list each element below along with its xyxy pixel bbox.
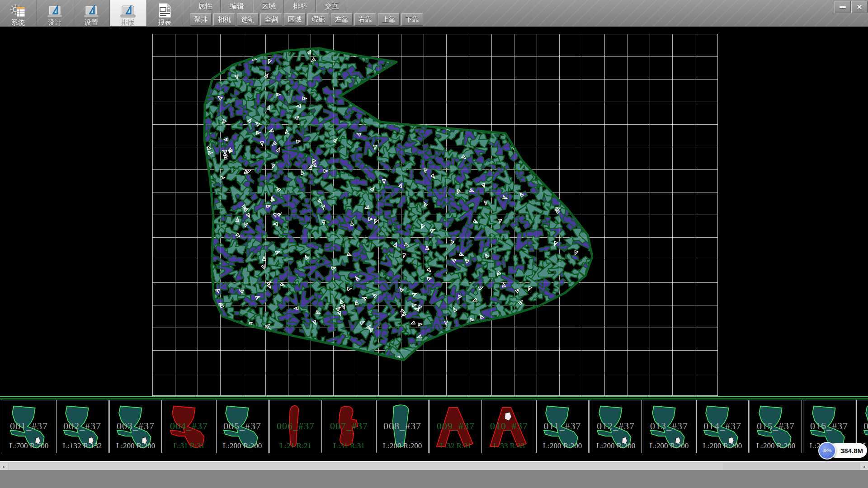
piece-name: 017_#37: [857, 420, 868, 432]
piece-lr-count: L:33 R:33: [483, 441, 535, 450]
close-icon: ✕: [857, 3, 863, 11]
piece-thumbnail-006_#37[interactable]: 006_#37L:21 R:21: [269, 400, 322, 453]
piece-thumbnail-012_#37[interactable]: 012_#37L:200 R:200: [590, 400, 642, 453]
module-button-设计[interactable]: 设计: [37, 0, 73, 26]
menu-tab-编辑[interactable]: 编辑: [222, 0, 252, 13]
module-button-报表[interactable]: 报表: [146, 0, 183, 26]
piece-name: 009_#37: [430, 420, 481, 432]
tool-button-右靠[interactable]: 右靠: [354, 13, 376, 26]
tool-button-下靠[interactable]: 下靠: [401, 13, 423, 26]
piece-thumbnail-005_#37[interactable]: 005_#37L:200 R:200: [216, 400, 269, 453]
tool-button-选割[interactable]: 选割: [237, 13, 259, 26]
close-button[interactable]: ✕: [851, 1, 868, 13]
scrollbar-thumb[interactable]: [9, 463, 723, 470]
piece-thumbnail-004_#37[interactable]: 004_#37L:31 R:31: [163, 400, 215, 453]
piece-thumbnail-003_#37[interactable]: 003_#37L:200 R:200: [109, 400, 162, 453]
piece-name: 004_#37: [163, 420, 215, 432]
piece-name: 006_#37: [270, 420, 321, 432]
piece-name: 003_#37: [110, 420, 161, 432]
report-document-icon: [157, 2, 172, 19]
piece-thumbnail-011_#37[interactable]: 011_#37L:200 R:200: [536, 400, 589, 453]
piece-lr-count: L:21 R:21: [270, 441, 321, 450]
piece-name: 005_#37: [217, 420, 268, 432]
menu-tab-row: 属性编辑区域排料交互: [190, 0, 348, 13]
tool-button-瑕疵[interactable]: 瑕疵: [307, 13, 329, 26]
tool-button-全割[interactable]: 全割: [260, 13, 282, 26]
piece-lr-count: L:200 R:200: [217, 441, 268, 450]
memory-percent: 38%: [822, 448, 831, 453]
module-button-label: 设计: [48, 19, 61, 26]
piece-lr-count: L:31 R:31: [163, 441, 215, 450]
piece-name: 001_#37: [3, 420, 55, 432]
menu-tab-区域[interactable]: 区域: [253, 0, 284, 13]
status-bar: [0, 470, 868, 488]
module-button-label: 设置: [85, 19, 98, 26]
piece-name: 012_#37: [590, 420, 642, 432]
menu-tab-排料[interactable]: 排料: [285, 0, 316, 13]
piece-thumbnail-002_#37[interactable]: 002_#37L:132 R:132: [56, 400, 108, 453]
piece-lr-count: L:200 R:200: [537, 441, 588, 450]
separator-line-top: [0, 396, 868, 397]
piece-lr-count: L:132 R:132: [57, 441, 108, 450]
piece-name: 008_#37: [377, 420, 428, 432]
piece-thumbnail-015_#37[interactable]: 015_#37L:200 R:200: [750, 400, 802, 453]
piece-name: 007_#37: [323, 420, 375, 432]
scroll-left-icon: ‹: [3, 463, 5, 470]
piece-lr-count: L:200 R:200: [110, 441, 161, 450]
piece-name: 013_#37: [643, 420, 695, 432]
piece-thumbnail-013_#37[interactable]: 013_#37L:200 R:200: [643, 400, 695, 453]
piece-thumbnail-008_#37[interactable]: 008_#37L:200 R:200: [376, 400, 429, 453]
piece-lr-count: L:700 R:700: [3, 441, 55, 450]
piece-thumbnail-014_#37[interactable]: 014_#37L:200 R:200: [696, 400, 749, 453]
system-gear-icon: [9, 3, 27, 19]
memory-badge[interactable]: 384.8M 38%: [816, 442, 868, 460]
tool-button-相机[interactable]: 相机: [213, 13, 235, 26]
laptop-ruler-icon: [83, 3, 100, 19]
module-button-label: 系统: [11, 19, 25, 26]
piece-thumbnail-010_#37[interactable]: 010_#37L:33 R:33: [483, 400, 535, 453]
title-bar: 系统设计设置排版报表 属性编辑区域排料交互 聚排相机选割全割区域瑕疵左靠右靠上靠…: [0, 0, 868, 27]
module-button-系统[interactable]: 系统: [0, 0, 37, 26]
piece-name: 014_#37: [697, 420, 748, 432]
piece-lr-count: L:200 R:200: [750, 441, 802, 450]
piece-lr-count: L:200 R:200: [697, 441, 748, 450]
window-controls: ✕: [835, 1, 868, 12]
minimize-icon: [840, 6, 846, 8]
module-button-排版[interactable]: 排版: [110, 0, 146, 26]
menu-tab-属性[interactable]: 属性: [190, 0, 221, 13]
module-button-设置[interactable]: 设置: [73, 0, 110, 26]
tool-button-左靠[interactable]: 左靠: [331, 13, 353, 26]
piece-lr-count: L:200 R:200: [590, 441, 642, 450]
tool-button-上靠[interactable]: 上靠: [378, 13, 400, 26]
module-button-label: 排版: [121, 19, 135, 26]
main-module-buttons: 系统设计设置排版报表: [0, 0, 183, 26]
piece-thumbnail-001_#37[interactable]: 001_#37L:700 R:700: [3, 400, 55, 453]
piece-name: 011_#37: [537, 420, 588, 432]
scroll-left-button[interactable]: ‹: [0, 463, 8, 470]
piece-name: 016_#37: [803, 420, 855, 432]
piece-lr-count: L:200 R:200: [377, 441, 428, 450]
laptop-ruler-icon: [46, 3, 63, 19]
laptop-ruler-icon: [119, 3, 137, 19]
piece-thumbnail-strip: 001_#37L:700 R:700002_#37L:132 R:132003_…: [0, 399, 868, 461]
piece-lr-count: L:200 R:200: [643, 441, 695, 450]
piece-lr-count: L:32 R:31: [430, 441, 481, 450]
piece-name: 015_#37: [750, 420, 802, 432]
tool-button-row: 聚排相机选割全割区域瑕疵左靠右靠上靠下靠: [190, 13, 425, 26]
piece-name: 010_#37: [483, 420, 535, 432]
minimize-button[interactable]: [835, 1, 851, 13]
scroll-right-button[interactable]: ›: [860, 463, 868, 470]
piece-name: 002_#37: [57, 420, 108, 432]
scroll-right-icon: ›: [863, 463, 865, 470]
module-button-label: 报表: [158, 19, 171, 26]
menu-tab-交互[interactable]: 交互: [316, 0, 347, 13]
piece-thumbnail-007_#37[interactable]: 007_#37L:31 R:31: [323, 400, 375, 453]
piece-thumbnail-009_#37[interactable]: 009_#37L:32 R:31: [429, 400, 482, 453]
tool-button-聚排[interactable]: 聚排: [190, 13, 212, 26]
piece-lr-count: L:31 R:31: [323, 441, 375, 450]
horizontal-scrollbar[interactable]: ‹ ›: [0, 461, 868, 470]
tool-button-区域[interactable]: 区域: [284, 13, 306, 26]
memory-percent-ball[interactable]: 38%: [818, 442, 836, 460]
